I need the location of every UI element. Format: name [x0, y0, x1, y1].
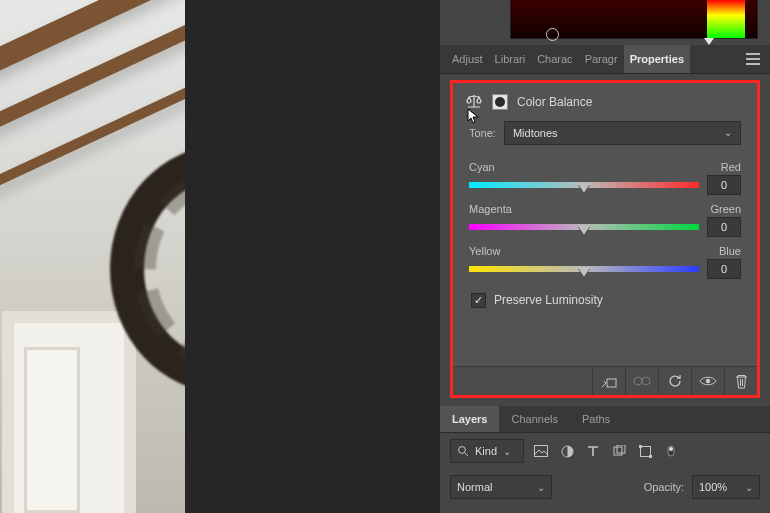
svg-point-4	[642, 377, 650, 385]
blend-mode-select[interactable]: Normal ⌄	[450, 475, 552, 499]
tab-paths[interactable]: Paths	[570, 406, 622, 432]
svg-point-5	[706, 379, 710, 383]
magenta-green-slider[interactable]	[469, 224, 699, 230]
layer-filter-select[interactable]: Kind ⌄	[450, 439, 524, 463]
chevron-down-icon: ⌄	[745, 482, 753, 493]
svg-point-3	[634, 377, 642, 385]
properties-footer	[453, 366, 757, 395]
cyan-label: Cyan	[469, 161, 495, 173]
tab-channels[interactable]: Channels	[499, 406, 569, 432]
layers-panel-tabs: Layers Channels Paths	[440, 406, 770, 433]
properties-panel: Color Balance Tone: Midtones ⌄ Cyan Red	[450, 80, 760, 398]
tone-select[interactable]: Midtones ⌄	[504, 121, 741, 145]
yellow-label: Yellow	[469, 245, 500, 257]
color-sample-circle	[546, 28, 559, 41]
filter-pixel-icon[interactable]	[532, 443, 550, 459]
filter-label: Kind	[475, 445, 497, 457]
svg-rect-10	[617, 445, 625, 453]
color-picker-field[interactable]	[510, 0, 758, 39]
layer-mask-icon	[491, 93, 509, 111]
delete-adjustment-button[interactable]	[724, 367, 757, 395]
yellow-blue-slider[interactable]	[469, 266, 699, 272]
tab-adjustments[interactable]: Adjust	[446, 45, 489, 73]
reset-button[interactable]	[658, 367, 691, 395]
tone-label: Tone:	[469, 127, 496, 139]
svg-point-6	[459, 447, 466, 454]
chevron-down-icon: ⌄	[503, 446, 511, 457]
red-label: Red	[721, 161, 741, 173]
panel-menu-icon[interactable]	[746, 53, 760, 65]
chevron-down-icon: ⌄	[724, 127, 732, 138]
slider-thumb[interactable]	[578, 268, 590, 277]
svg-rect-9	[614, 447, 622, 455]
tab-paragraph[interactable]: Paragr	[579, 45, 624, 73]
yellow-blue-value[interactable]: 0	[707, 259, 741, 279]
svg-rect-13	[649, 455, 652, 458]
slider-thumb[interactable]	[578, 226, 590, 235]
filter-adjustment-icon[interactable]	[558, 443, 576, 459]
opacity-label: Opacity:	[644, 481, 684, 493]
blend-mode-value: Normal	[457, 481, 492, 493]
tab-layers[interactable]: Layers	[440, 406, 499, 432]
svg-point-15	[669, 447, 673, 451]
color-picker-arrow-icon	[704, 38, 714, 45]
clip-to-layer-button[interactable]	[592, 367, 625, 395]
svg-rect-7	[535, 446, 548, 457]
svg-rect-12	[639, 445, 642, 448]
filter-toggle-dot[interactable]	[662, 443, 680, 459]
preserve-luminosity-checkbox[interactable]: ✓	[471, 293, 486, 308]
cyan-red-slider[interactable]	[469, 182, 699, 188]
opacity-value: 100%	[699, 481, 727, 493]
tab-libraries[interactable]: Librari	[489, 45, 532, 73]
svg-rect-2	[607, 379, 616, 387]
toggle-visibility-button[interactable]	[691, 367, 724, 395]
tone-value: Midtones	[513, 127, 558, 139]
adjustment-title: Color Balance	[517, 95, 592, 109]
tab-properties[interactable]: Properties	[624, 45, 690, 73]
search-icon	[457, 445, 469, 457]
chevron-down-icon: ⌄	[537, 482, 545, 493]
filter-smart-icon[interactable]	[636, 443, 654, 459]
green-label: Green	[710, 203, 741, 215]
opacity-select[interactable]: 100% ⌄	[692, 475, 760, 499]
magenta-green-value[interactable]: 0	[707, 217, 741, 237]
svg-point-1	[495, 97, 505, 107]
document-canvas[interactable]	[0, 0, 185, 513]
filter-shape-icon[interactable]	[610, 443, 628, 459]
blue-label: Blue	[719, 245, 741, 257]
magenta-label: Magenta	[469, 203, 512, 215]
filter-type-icon[interactable]	[584, 443, 602, 459]
view-previous-button[interactable]	[625, 367, 658, 395]
slider-thumb[interactable]	[578, 184, 590, 193]
cyan-red-value[interactable]: 0	[707, 175, 741, 195]
hue-strip[interactable]	[707, 0, 745, 38]
cursor-pointer-icon	[467, 108, 481, 124]
tab-character[interactable]: Charac	[531, 45, 578, 73]
preserve-luminosity-label: Preserve Luminosity	[494, 293, 603, 307]
panel-tabs: Adjust Librari Charac Paragr Properties	[440, 45, 770, 74]
canvas-empty-area	[185, 0, 440, 513]
